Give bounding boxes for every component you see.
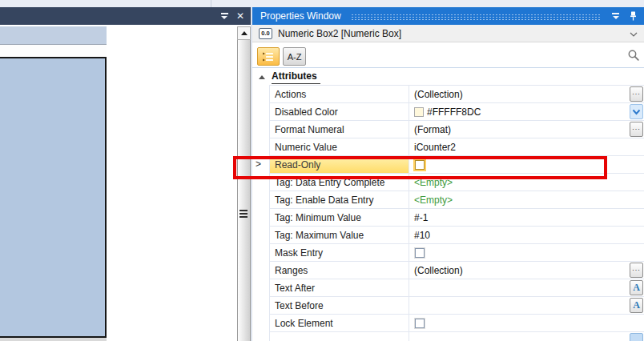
property-value[interactable]: A xyxy=(409,297,644,314)
property-value[interactable]: (Collection)... xyxy=(409,86,644,102)
property-value-text: (Collection) xyxy=(414,89,463,100)
properties-window-titlebar[interactable]: Properties Window xyxy=(252,7,644,25)
window-top-strip xyxy=(0,0,644,7)
application-window: ✕ Properties Window 0.0 Numeric Box2 [Nu… xyxy=(0,0,644,341)
property-label: Tag: Minimum Value xyxy=(270,209,409,226)
search-icon[interactable] xyxy=(627,49,640,62)
property-label: Format Numeral xyxy=(270,121,409,138)
property-value[interactable] xyxy=(409,315,644,331)
property-label: Text After xyxy=(270,279,409,296)
color-swatch xyxy=(414,107,424,117)
checkbox[interactable] xyxy=(415,248,425,258)
property-label: Ranges xyxy=(270,262,409,279)
property-value-text: (Collection) xyxy=(414,265,463,276)
property-value[interactable] xyxy=(409,156,644,173)
property-row[interactable]: Lock Element xyxy=(270,315,644,332)
property-label: Lock Element xyxy=(270,315,409,331)
property-value-text: #-1 xyxy=(414,212,428,223)
property-row[interactable]: Ranges(Collection)... xyxy=(270,262,644,279)
property-value-text: <Empty> xyxy=(414,195,453,206)
property-row[interactable]: Read-Only xyxy=(270,156,644,174)
property-label: Mask Entry xyxy=(270,244,409,261)
property-value[interactable] xyxy=(409,332,644,341)
property-label xyxy=(270,332,409,341)
checkbox[interactable] xyxy=(415,319,425,328)
property-value-text: iCounter2 xyxy=(414,142,456,153)
property-value[interactable]: <Empty> xyxy=(409,191,644,208)
scroll-up-icon xyxy=(241,31,248,35)
editor-canvas-white-row[interactable] xyxy=(0,44,107,58)
property-row[interactable]: Text AfterA xyxy=(270,279,644,297)
property-row[interactable]: Tag: Maximum Value#10 xyxy=(270,227,644,244)
property-value-text: #10 xyxy=(414,230,430,241)
scroll-up-button[interactable] xyxy=(237,26,251,40)
property-label: Actions xyxy=(270,86,409,102)
property-row[interactable]: Text BeforeA xyxy=(270,297,644,315)
titlebar-dotted-texture xyxy=(351,14,601,21)
property-row[interactable]: Format Numeral(Format)... xyxy=(270,121,644,138)
property-row[interactable]: Disabled Color#FFFFF8DC xyxy=(270,103,644,121)
selected-row-marker: > xyxy=(256,158,261,170)
element-selector-dropdown[interactable]: 0.0 Numeric Box2 [Numeric Box] xyxy=(252,25,644,42)
font-button[interactable]: A xyxy=(630,280,643,295)
property-value[interactable]: #FFFFF8DC xyxy=(409,103,644,120)
property-label: Tag: Enable Data Entry xyxy=(270,191,409,208)
checkbox[interactable] xyxy=(415,160,425,170)
property-row[interactable]: Tag: Minimum Value#-1 xyxy=(270,209,644,227)
property-label: Disabled Color xyxy=(270,103,409,120)
property-row[interactable]: Actions(Collection)... xyxy=(270,86,644,103)
property-value[interactable]: #-1 xyxy=(409,209,644,226)
property-value[interactable]: <Empty> xyxy=(409,174,644,191)
properties-window-title: Properties Window xyxy=(260,10,341,22)
property-row[interactable]: Tag: Data Entry Complete<Empty> xyxy=(270,174,644,191)
scrollbar-thumb[interactable] xyxy=(237,40,251,341)
properties-toolbar: A-Z xyxy=(252,42,644,68)
ellipsis-button[interactable]: ... xyxy=(630,263,643,278)
property-row[interactable]: Numeric ValueiCounter2 xyxy=(270,138,644,156)
editor-canvas-bottom-strip xyxy=(0,338,107,341)
top-strip-divider xyxy=(211,0,211,7)
property-value[interactable]: #10 xyxy=(409,227,644,243)
close-icon[interactable]: ✕ xyxy=(236,11,244,21)
property-value[interactable]: (Collection)... xyxy=(409,262,644,279)
property-label: Tag: Maximum Value xyxy=(270,227,409,243)
left-pane-titlebar[interactable]: ✕ xyxy=(0,7,251,25)
property-label: Numeric Value xyxy=(270,138,409,155)
left-scrollbar[interactable] xyxy=(237,26,251,341)
window-menu-arrow-icon[interactable] xyxy=(221,13,228,20)
property-value-text: <Empty> xyxy=(414,177,453,188)
property-row[interactable]: Mask Entry xyxy=(270,244,644,262)
selected-element-label: Numeric Box2 [Numeric Box] xyxy=(278,28,401,39)
property-label: Text Before xyxy=(270,297,409,314)
property-label: Read-Only xyxy=(270,156,409,173)
collapse-up-icon[interactable] xyxy=(259,75,265,79)
font-button[interactable]: A xyxy=(630,298,643,313)
color-dropdown-button[interactable] xyxy=(630,104,643,119)
property-value-text: #FFFFF8DC xyxy=(427,106,481,118)
property-row[interactable]: Tag: Enable Data Entry<Empty> xyxy=(270,191,644,209)
window-menu-arrow-icon[interactable] xyxy=(612,13,619,20)
sort-alphabetical-button[interactable]: A-Z xyxy=(283,47,306,66)
property-row-clipped[interactable] xyxy=(270,332,644,341)
property-value[interactable] xyxy=(409,244,644,261)
categorized-view-button[interactable] xyxy=(257,47,280,66)
property-grid: Actions(Collection)...Disabled Color#FFF… xyxy=(269,85,644,341)
categorized-icon xyxy=(263,52,274,62)
property-value-text: (Format) xyxy=(414,124,451,135)
ellipsis-button[interactable]: ... xyxy=(630,122,643,137)
pin-icon[interactable] xyxy=(629,11,638,21)
chevron-down-icon[interactable] xyxy=(630,28,638,39)
ellipsis-button[interactable]: ... xyxy=(630,86,643,102)
property-value[interactable]: iCounter2 xyxy=(409,138,644,155)
attributes-section-header[interactable]: Attributes xyxy=(252,69,644,85)
numeric-box-icon: 0.0 xyxy=(259,28,272,39)
sort-alphabetical-label: A-Z xyxy=(288,52,302,62)
property-value[interactable]: A xyxy=(409,279,644,296)
splitter-grip-icon[interactable] xyxy=(239,210,248,219)
editor-canvas-header-band[interactable] xyxy=(0,26,107,44)
editor-canvas-blue-area[interactable] xyxy=(0,58,107,338)
editor-button[interactable] xyxy=(630,333,643,341)
section-label: Attributes xyxy=(272,70,320,84)
property-label: Tag: Data Entry Complete xyxy=(270,174,409,191)
property-value[interactable]: (Format)... xyxy=(409,121,644,138)
